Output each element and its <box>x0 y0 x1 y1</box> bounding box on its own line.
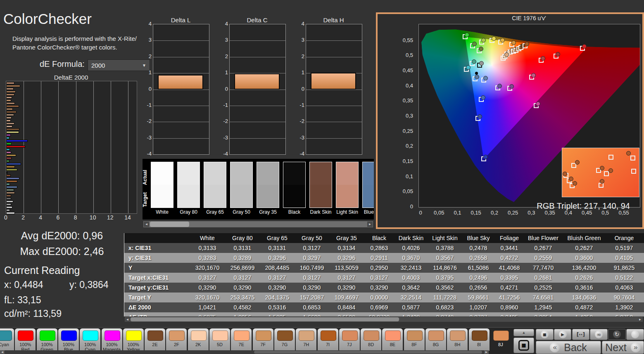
inset-measured-marker <box>573 181 577 186</box>
pattern-tab-100-red[interactable]: 100% Red <box>15 328 36 351</box>
pattern-tab-100-green[interactable]: 100% Green <box>37 328 57 351</box>
table-scrollbar-thumb[interactable] <box>131 317 399 321</box>
swatch-target <box>283 185 305 208</box>
row-label: Y <box>124 263 190 273</box>
column-header: Gray 65 <box>260 233 295 243</box>
pattern-tab-8j[interactable]: 8J <box>490 328 511 351</box>
swatch-label: Gray 35 <box>254 209 281 215</box>
scroll-left-icon[interactable]: ◄ <box>0 350 5 354</box>
pattern-tab-8f[interactable]: 8F <box>404 328 425 351</box>
target-row-label: Target <box>143 192 148 207</box>
pattern-tab-2k[interactable]: 2K <box>188 328 209 351</box>
swatch-label: Blue Sky <box>360 209 374 215</box>
table-cell: 0,3290 <box>190 283 225 293</box>
swatch-scrollbar[interactable]: ◄ ► <box>143 221 373 227</box>
deltae-bar <box>6 192 15 194</box>
back-button[interactable]: « Back <box>536 341 601 354</box>
pattern-tab-2e[interactable]: 2E <box>145 328 165 351</box>
pattern-tab-cyan[interactable]: Cyan <box>0 328 14 351</box>
table-cell: 0,4026 <box>394 243 428 253</box>
gridline <box>306 90 362 90</box>
pattern-tab-8i[interactable]: 8I <box>469 328 490 351</box>
gridline <box>153 57 209 57</box>
y-tick-label: 4 <box>295 21 304 27</box>
pattern-tab-100-blue[interactable]: 100% Blue <box>58 328 79 351</box>
pattern-tab-7g[interactable]: 7G <box>274 328 295 351</box>
table-cell: 0,3441 <box>494 243 524 253</box>
pattern-tab-8g[interactable]: 8G <box>425 328 446 351</box>
delta-chart-title: Delta C <box>229 17 285 24</box>
scroll-right-icon[interactable]: ► <box>367 222 373 227</box>
pattern-color-chip <box>40 330 55 341</box>
measured-marker <box>556 52 560 57</box>
table-scrollbar[interactable]: ◄ ► <box>125 317 643 322</box>
toolbar-scrollbar-thumb[interactable] <box>254 351 482 354</box>
y-tick-label: 0,3 <box>392 113 413 119</box>
pattern-tab-label: 8I <box>469 342 490 347</box>
scroll-left-icon[interactable]: ◄ <box>125 317 130 321</box>
refresh-button[interactable]: ↻ <box>608 329 626 340</box>
inset-target-marker <box>604 171 609 176</box>
measured-marker <box>536 101 540 106</box>
play-button[interactable]: ▶ <box>554 329 572 340</box>
stop-icon: ■ <box>541 330 549 338</box>
loop-button[interactable]: ∞ <box>590 329 608 340</box>
table-row: x: CIE310,31330,31310,31310,31270,31340,… <box>124 243 644 253</box>
y-tick-label: -3 <box>295 135 304 141</box>
de-formula-dropdown[interactable]: 2000 ▼ <box>88 59 150 71</box>
pattern-tab-7j[interactable]: 7J <box>339 328 360 351</box>
table-cell: 2,3737 <box>462 312 494 316</box>
scroll-right-icon[interactable]: ► <box>484 350 489 354</box>
pattern-tab-100-yellow[interactable]: 100% Yellow <box>123 328 144 351</box>
y-tick-label: 0,15 <box>392 158 413 164</box>
deltae-bar <box>6 140 28 142</box>
table-cell: 320,1670 <box>190 293 225 302</box>
gridline <box>306 57 362 57</box>
row-label: y: CIE31 <box>124 253 190 263</box>
scroll-right-icon[interactable]: ► <box>638 317 642 321</box>
stop-pattern-button[interactable]: ■ <box>513 337 534 353</box>
deltae-bar <box>6 146 25 148</box>
swatch-patch <box>230 162 253 208</box>
pattern-tab-8d[interactable]: 8D <box>361 328 381 351</box>
inset-target-marker <box>599 183 604 188</box>
pattern-tab-7i[interactable]: 7I <box>318 328 338 351</box>
next-button[interactable]: Next » <box>602 341 644 354</box>
deltae-bar <box>6 206 12 208</box>
gridline <box>230 40 285 41</box>
y-tick-label: -4 <box>218 151 228 157</box>
pattern-tab-8e[interactable]: 8E <box>382 328 403 351</box>
table-cell: 0,6969 <box>364 302 394 312</box>
table-cell: 0,0000 <box>364 293 394 302</box>
pattern-tab-7f[interactable]: 7F <box>253 328 273 351</box>
table-row: ΔE ITP0,68751,09561,58351,66922,659869,9… <box>124 312 644 316</box>
scroll-left-icon[interactable]: ◄ <box>144 222 149 227</box>
delta-chart-plot <box>153 24 209 155</box>
table-cell: 0,3616 <box>562 283 606 293</box>
page-title: ColorChecker <box>3 11 92 27</box>
scroll-up-button[interactable]: ▲ <box>513 329 534 336</box>
pattern-tab-7e[interactable]: 7E <box>231 328 252 351</box>
y-tick-label: -2 <box>142 118 152 124</box>
x-tick-label: 10 <box>90 214 96 221</box>
pattern-button[interactable]: [··] <box>572 329 590 340</box>
gridline <box>230 106 285 106</box>
pattern-tab-5d[interactable]: 5D <box>209 328 230 351</box>
table-cell: 37,63 <box>642 293 644 302</box>
table-cell: 0,3131 <box>260 243 295 253</box>
back-button-label: Back <box>564 342 587 354</box>
table-cell: 0,3290 <box>329 283 364 293</box>
pattern-tab-8h[interactable]: 8H <box>447 328 468 351</box>
toolbar-scrollbar[interactable]: ◄ ► <box>0 350 489 354</box>
pattern-tab-2f[interactable]: 2F <box>166 328 187 351</box>
pattern-tab-100-cyan[interactable]: 100% Cyan <box>80 328 100 351</box>
current-reading-label: Current Reading <box>4 264 80 276</box>
pattern-tab-7h[interactable]: 7H <box>296 328 316 351</box>
swatch-scrollbar-thumb[interactable] <box>150 222 189 227</box>
pattern-tab-100-magenta[interactable]: 100% Magenta <box>102 328 122 351</box>
y-tick-label: -3 <box>142 135 152 141</box>
delta-chart-delta_l: Delta L43210-1-2-3-4 <box>143 17 209 155</box>
record-button[interactable] <box>626 329 644 340</box>
measured-marker <box>483 76 488 80</box>
stop-button[interactable]: ■ <box>536 329 554 340</box>
